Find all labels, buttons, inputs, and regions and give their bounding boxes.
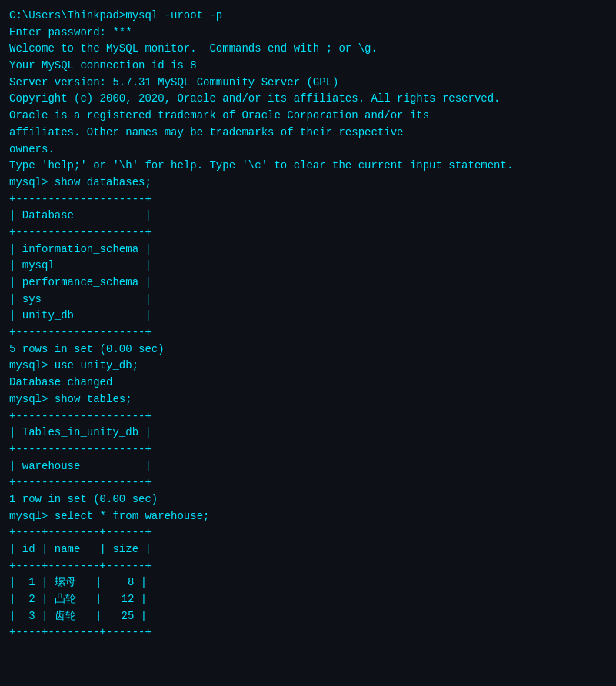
trademark3: owners.: [9, 142, 607, 158]
db-header: | Database |: [9, 208, 607, 225]
wh-border3: +----+--------+------+: [9, 624, 607, 641]
tb-header: | Tables_in_unity_db |: [9, 425, 607, 441]
db-row3: | performance_schema |: [9, 275, 607, 291]
password-prompt: Enter password: ***: [9, 25, 607, 42]
db-border2: +--------------------+: [9, 225, 607, 241]
tb-border2: +--------------------+: [9, 441, 607, 458]
tb-row1: | warehouse |: [9, 458, 607, 475]
wh-row2: | 2 | 凸轮 | 12 |: [9, 591, 607, 608]
cmd-select: mysql> select * from warehouse;: [9, 508, 607, 525]
wh-row1: | 1 | 螺母 | 8 |: [9, 574, 607, 591]
wh-border2: +----+--------+------+: [9, 558, 607, 575]
welcome1: Welcome to the MySQL monitor. Commands e…: [9, 41, 607, 58]
db-changed: Database changed: [9, 375, 607, 391]
wh-row3: | 3 | 齿轮 | 25 |: [9, 608, 607, 625]
db-row1: | information_schema |: [9, 241, 607, 258]
cmd-login: C:\Users\Thinkpad>mysql -uroot -p: [9, 8, 607, 25]
tb-border1: +--------------------+: [9, 408, 607, 425]
terminal-window: C:\Users\Thinkpad>mysql -uroot -pEnter p…: [0, 0, 616, 686]
version: Server version: 5.7.31 MySQL Community S…: [9, 75, 607, 92]
tb-result: 1 row in set (0.00 sec): [9, 491, 607, 508]
cmd-use: mysql> use unity_db;: [9, 358, 607, 375]
db-row5: | unity_db |: [9, 308, 607, 325]
connection: Your MySQL connection id is 8: [9, 58, 607, 75]
db-row4: | sys |: [9, 291, 607, 308]
trademark2: affiliates. Other names may be trademark…: [9, 125, 607, 142]
help: Type 'help;' or '\h' for help. Type '\c'…: [9, 158, 607, 175]
tb-border3: +--------------------+: [9, 475, 607, 491]
trademark1: Oracle is a registered trademark of Orac…: [9, 108, 607, 125]
db-row2: | mysql |: [9, 258, 607, 275]
db-result: 5 rows in set (0.00 sec): [9, 341, 607, 358]
cmd-show-tables: mysql> show tables;: [9, 391, 607, 408]
copyright1: Copyright (c) 2000, 2020, Oracle and/or …: [9, 91, 607, 108]
db-border3: +--------------------+: [9, 325, 607, 341]
wh-header: | id | name | size |: [9, 541, 607, 558]
db-border1: +--------------------+: [9, 191, 607, 208]
cmd-show-db: mysql> show databases;: [9, 175, 607, 191]
wh-border1: +----+--------+------+: [9, 524, 607, 541]
